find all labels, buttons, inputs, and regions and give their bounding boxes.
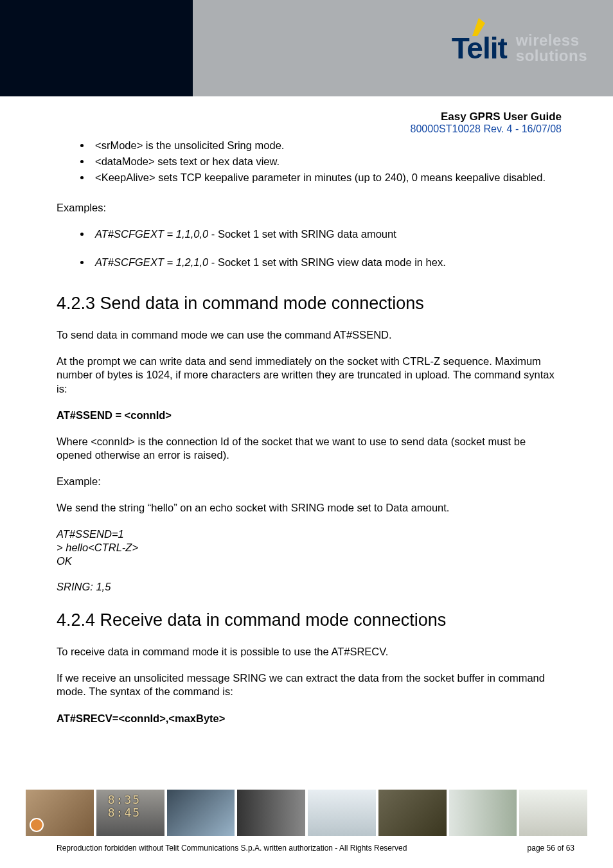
brand-accent-icon xyxy=(470,17,486,37)
document-title: Easy GPRS User Guide xyxy=(0,111,562,123)
example-command: AT#SCFGEXT = 1,2,1,0 xyxy=(95,256,211,268)
document-page: Telit wireless solutions Easy GPRS User … xyxy=(0,0,613,868)
digital-time: 8:35 xyxy=(96,790,164,806)
thumbnail xyxy=(378,790,447,836)
list-item: <KeepAlive> sets TCP keepalive parameter… xyxy=(91,171,556,184)
sring-output: SRING: 1,5 xyxy=(57,580,556,594)
param-list: <srMode> is the unsolicited Sring mode. … xyxy=(57,139,556,184)
header-band: Telit wireless solutions xyxy=(0,0,613,96)
section-heading-424: 4.2.4 Receive data in command mode conne… xyxy=(57,609,556,632)
document-meta: Easy GPRS User Guide 80000ST10028 Rev. 4… xyxy=(0,96,613,139)
brand-subtext: wireless solutions xyxy=(516,33,587,64)
thumbnail xyxy=(237,790,305,836)
code-line: OK xyxy=(57,554,556,568)
header-dark-block xyxy=(0,0,193,96)
thumbnail xyxy=(167,790,235,836)
list-item: AT#SCFGEXT = 1,1,0,0 - Socket 1 set with… xyxy=(91,227,556,241)
brand-logo: Telit wireless solutions xyxy=(452,31,587,66)
paragraph: We send the string “hello” on an echo so… xyxy=(57,501,556,515)
digital-time: 8:45 xyxy=(96,806,164,819)
document-content: <srMode> is the unsolicited Sring mode. … xyxy=(0,139,613,725)
list-item: AT#SCFGEXT = 1,2,1,0 - Socket 1 set with… xyxy=(91,256,556,269)
footer-thumbnails: 8:35 8:45 xyxy=(26,790,587,836)
examples-list: AT#SCFGEXT = 1,1,0,0 - Socket 1 set with… xyxy=(57,227,556,269)
brand-sub2: solutions xyxy=(516,48,587,64)
header-grey-block: Telit wireless solutions xyxy=(193,0,613,96)
example-desc: - Socket 1 set with SRING view data mode… xyxy=(211,256,446,268)
thumbnail xyxy=(519,790,587,836)
brand-sub1: wireless xyxy=(516,33,587,48)
paragraph: To receive data in command mode it is po… xyxy=(57,645,556,659)
code-line: > hello<CTRL-Z> xyxy=(57,541,556,554)
list-item: <srMode> is the unsolicited Sring mode. xyxy=(91,139,556,152)
code-line: AT#SSEND=1 xyxy=(57,527,556,541)
footer-line: Reproduction forbidden without Telit Com… xyxy=(57,844,574,853)
command-syntax: AT#SRECV=<connId>,<maxByte> xyxy=(57,712,556,725)
paragraph: Where <connId> is the connection Id of t… xyxy=(57,435,556,462)
brand-wordmark: Telit xyxy=(452,31,507,66)
phone-icon xyxy=(30,818,44,832)
list-item: <dataMode> sets text or hex data view. xyxy=(91,155,556,168)
thumbnail xyxy=(449,790,517,836)
paragraph: To send data in command mode we can use … xyxy=(57,328,556,342)
copyright-text: Reproduction forbidden without Telit Com… xyxy=(57,844,407,853)
thumbnail xyxy=(26,790,94,836)
example-command: AT#SCFGEXT = 1,1,0,0 xyxy=(95,228,211,240)
page-number: page 56 of 63 xyxy=(528,844,574,853)
paragraph: At the prompt we can write data and send… xyxy=(57,355,556,395)
examples-label: Examples: xyxy=(57,201,556,215)
paragraph: If we receive an unsolicited message SRI… xyxy=(57,671,556,698)
example-desc: - Socket 1 set with SRING data amount xyxy=(211,228,396,240)
section-heading-423: 4.2.3 Send data in command mode connecti… xyxy=(57,292,556,315)
thumbnail: 8:35 8:45 xyxy=(96,790,164,836)
command-syntax: AT#SSEND = <connId> xyxy=(57,409,556,422)
example-label: Example: xyxy=(57,475,556,488)
document-revision: 80000ST10028 Rev. 4 - 16/07/08 xyxy=(0,123,562,135)
thumbnail xyxy=(308,790,376,836)
code-block: AT#SSEND=1 > hello<CTRL-Z> OK xyxy=(57,527,556,568)
